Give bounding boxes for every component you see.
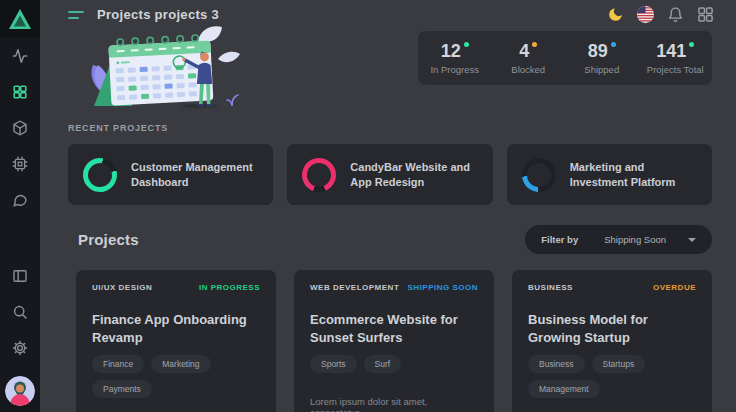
stat-label: Shipped [565, 64, 639, 75]
recent-card[interactable]: Customer Management Dashboard [68, 144, 273, 205]
us-flag-icon[interactable] [637, 6, 654, 23]
projects-header: Projects Filter by Shipping Soon [68, 225, 712, 254]
stat-label: Blocked [492, 64, 566, 75]
recent-card-title: Marketing and Investment Platform [570, 160, 697, 190]
recent-card[interactable]: Marketing and Investment Platform [507, 144, 712, 205]
sidebar [0, 0, 40, 412]
settings-icon[interactable] [12, 340, 28, 356]
sidebar-bottom [5, 268, 35, 412]
recent-card[interactable]: CandyBar Website and App Redesign [287, 144, 492, 205]
project-category: BUSINESS [528, 283, 573, 292]
hero-row: 12 In Progress 4 Blocked 89 Shipped 141 … [68, 23, 712, 115]
project-category: WEB DEVELOPMENT [310, 283, 399, 292]
tag[interactable]: Finance [92, 355, 144, 373]
search-icon[interactable] [12, 304, 28, 320]
filter-dropdown[interactable]: Filter by Shipping Soon [525, 225, 712, 254]
recent-projects-label: RECENT PROJECTS [68, 123, 712, 133]
recent-projects-grid: Customer Management Dashboard CandyBar W… [68, 144, 712, 205]
status-dot [532, 42, 537, 47]
stat-shipped: 89 Shipped [565, 42, 639, 75]
bell-icon[interactable] [667, 6, 684, 23]
stat-in-progress: 12 In Progress [418, 42, 492, 75]
recent-card-title: CandyBar Website and App Redesign [350, 160, 477, 190]
status-dot [464, 42, 469, 47]
chevron-down-icon [688, 238, 696, 242]
page-title: Projects projects 3 [97, 7, 219, 22]
main-area: Projects projects 3 [40, 0, 736, 412]
topbar: Projects projects 3 [40, 0, 736, 23]
project-tags: Business Startups Management [528, 355, 696, 398]
stat-label: Projects Total [639, 64, 713, 75]
content: 12 In Progress 4 Blocked 89 Shipped 141 … [40, 23, 736, 412]
stats-card: 12 In Progress 4 Blocked 89 Shipped 141 … [418, 31, 712, 85]
cpu-icon[interactable] [12, 156, 28, 172]
sidebar-nav [12, 48, 28, 208]
projects-heading: Projects [78, 231, 139, 248]
tag[interactable]: Startups [592, 355, 646, 373]
project-tags: Sports Surf [310, 355, 478, 373]
project-card[interactable]: WEB DEVELOPMENT SHIPPING SOON Ecommerce … [294, 270, 494, 412]
filter-selected-value: Shipping Soon [604, 234, 666, 245]
status-dot [689, 42, 694, 47]
project-card[interactable]: BUSINESS OVERDUE Business Model for Grow… [512, 270, 712, 412]
topbar-icons [607, 6, 714, 23]
status-dot [611, 42, 616, 47]
stat-blocked: 4 Blocked [492, 42, 566, 75]
progress-ring [79, 154, 121, 196]
tag[interactable]: Sports [310, 355, 357, 373]
app-logo[interactable] [0, 0, 40, 38]
stat-value: 12 [441, 42, 461, 60]
project-title: Business Model for Growing Startup [528, 311, 696, 346]
menu-icon[interactable] [68, 11, 84, 19]
progress-ring [298, 153, 342, 197]
stat-label: In Progress [418, 64, 492, 75]
stat-value: 89 [588, 42, 608, 60]
stat-value: 141 [656, 42, 686, 60]
recent-card-title: Customer Management Dashboard [131, 160, 258, 190]
layout-icon[interactable] [12, 268, 28, 284]
project-status-badge: OVERDUE [653, 283, 696, 292]
triangle-logo-icon [8, 8, 32, 30]
tag[interactable]: Payments [92, 380, 152, 398]
calendar-illustration [82, 25, 240, 115]
dashboard-grid-icon[interactable] [12, 84, 28, 100]
chat-icon[interactable] [12, 192, 28, 208]
project-tags: Finance Marketing Payments [92, 355, 260, 398]
project-card[interactable]: UI/UX DESIGN IN PROGRESS Finance App Onb… [76, 270, 276, 412]
project-title: Ecommerce Website for Sunset Surfers [310, 311, 478, 346]
tag[interactable]: Surf [364, 355, 402, 373]
stat-projects-total: 141 Projects Total [639, 42, 713, 75]
moon-icon[interactable] [607, 6, 624, 23]
projects-grid: UI/UX DESIGN IN PROGRESS Finance App Onb… [68, 270, 712, 412]
activity-icon[interactable] [12, 48, 28, 64]
avatar-image [5, 376, 35, 406]
apps-grid-icon[interactable] [697, 6, 714, 23]
box-icon[interactable] [12, 120, 28, 136]
project-status-badge: SHIPPING SOON [407, 283, 478, 292]
progress-ring [520, 156, 557, 193]
user-avatar[interactable] [5, 376, 35, 406]
project-title: Finance App Onboarding Revamp [92, 311, 260, 346]
project-status-badge: IN PROGRESS [199, 283, 260, 292]
project-category: UI/UX DESIGN [92, 283, 152, 292]
stat-value: 4 [519, 42, 529, 60]
filter-label: Filter by [541, 234, 578, 245]
tag[interactable]: Management [528, 380, 600, 398]
project-description: Lorem ipsum dolor sit amet, consectetur [310, 396, 478, 412]
tag[interactable]: Business [528, 355, 585, 373]
tag[interactable]: Marketing [151, 355, 210, 373]
